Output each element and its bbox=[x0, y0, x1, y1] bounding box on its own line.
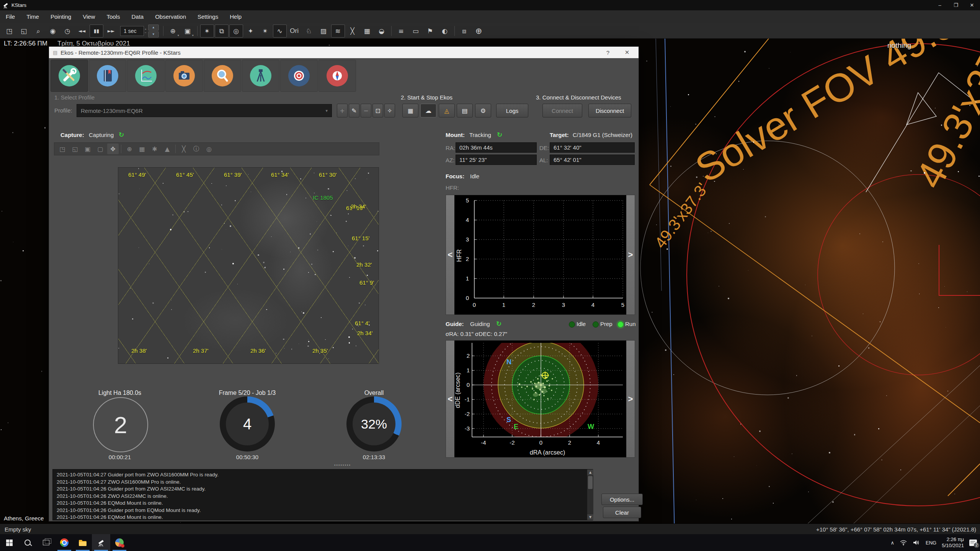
tab-capture[interactable] bbox=[165, 60, 203, 92]
preview-statistics-button[interactable]: ▲ bbox=[162, 143, 173, 154]
toggle-constellation-lines-button[interactable]: ∿ bbox=[273, 24, 287, 37]
scroll-down-button[interactable]: ▼ bbox=[587, 514, 593, 520]
step-forward-button[interactable]: ►► bbox=[104, 24, 118, 37]
preview-pan-button[interactable]: ✥ bbox=[107, 143, 119, 154]
menu-time[interactable]: Time bbox=[21, 10, 45, 23]
minimize-button[interactable]: – bbox=[932, 0, 948, 10]
kstars-titlebar[interactable]: KStars – ❐ ✕ bbox=[0, 0, 980, 10]
profile-add-button[interactable]: + bbox=[337, 104, 348, 117]
tab-guide[interactable] bbox=[280, 60, 318, 92]
log-scrollbar[interactable]: ▲ ▼ bbox=[587, 469, 593, 520]
pause-button[interactable]: ▮▮ bbox=[90, 24, 103, 37]
preview-crosshair-button[interactable]: ⊕ bbox=[124, 143, 135, 154]
toggle-equatorial-grid-button[interactable]: ╳ bbox=[346, 24, 359, 37]
guide-plot-next-button[interactable]: > bbox=[626, 341, 635, 457]
disconnect-button[interactable]: Disconnect bbox=[588, 104, 631, 117]
ekos-close-button[interactable]: ✕ bbox=[619, 47, 635, 58]
taskbar-chrome[interactable] bbox=[55, 534, 74, 551]
geographic-button[interactable]: ◉ bbox=[46, 24, 60, 37]
toggle-horizontal-grid-button[interactable]: ▦ bbox=[360, 24, 374, 37]
ekos-button[interactable]: ⊕ bbox=[472, 24, 486, 37]
clear-button[interactable]: Clear bbox=[603, 507, 641, 518]
ekos-titlebar[interactable]: ▤ Ekos - Remote-1230mm-EQ6R Profile - KS… bbox=[49, 47, 639, 58]
menu-data[interactable]: Data bbox=[126, 10, 149, 23]
splitter-handle[interactable]: •••••••• bbox=[334, 463, 351, 467]
moon-phase-button[interactable]: ◐ bbox=[438, 24, 452, 37]
toggle-satellites-button[interactable]: ✴ bbox=[258, 24, 272, 37]
az-field[interactable]: 11° 25' 23" bbox=[456, 155, 537, 165]
custom-drivers-button[interactable]: ⊡ bbox=[372, 104, 383, 117]
log-view[interactable]: 2021-10-05T01:04:27 Guider port from ZWO… bbox=[52, 469, 593, 520]
toggle-constellation-names-button[interactable]: Ori bbox=[287, 24, 301, 37]
shrink-view-button[interactable]: ◱ bbox=[17, 24, 31, 37]
notification-center-button[interactable]: 2 bbox=[969, 540, 977, 546]
start-button[interactable] bbox=[0, 534, 18, 551]
menu-settings[interactable]: Settings bbox=[192, 10, 224, 23]
ra-field[interactable]: 02h 36m 44s bbox=[456, 142, 537, 153]
toggle-constellation-art-button[interactable]: ♘ bbox=[302, 24, 316, 37]
view-menu-button[interactable]: ▣▾ bbox=[181, 24, 194, 37]
de-field[interactable]: 61° 32' 40" bbox=[550, 142, 635, 153]
wifi-icon[interactable] bbox=[900, 540, 907, 546]
ekos-help-button[interactable]: ? bbox=[600, 47, 616, 58]
toggle-planets-button[interactable]: ◎ bbox=[229, 24, 243, 37]
tab-analyze[interactable] bbox=[127, 60, 165, 92]
toggle-dso-button[interactable]: ⧉ bbox=[215, 24, 229, 37]
time-step-down-button[interactable]: ▼ bbox=[148, 31, 159, 37]
logs-button[interactable]: Logs bbox=[496, 104, 528, 117]
tab-align[interactable] bbox=[318, 60, 356, 92]
language-indicator[interactable]: ENG bbox=[926, 540, 936, 546]
toggle-milkyway-button[interactable]: ≋ bbox=[331, 24, 345, 37]
toggle-ground-button[interactable]: ◒ bbox=[375, 24, 389, 37]
profile-wizard-button[interactable]: ✧ bbox=[384, 104, 395, 117]
preview-detect-stars-button[interactable]: ✱ bbox=[149, 143, 160, 154]
tab-setup[interactable] bbox=[51, 60, 88, 92]
preview-stretch-button[interactable]: ╳ bbox=[178, 143, 189, 154]
pointing-menu-button[interactable]: ⊕▾ bbox=[166, 24, 180, 37]
close-button[interactable]: ✕ bbox=[964, 0, 980, 10]
profile-combobox[interactable]: Remote-1230mm-EQ6R ▾ bbox=[77, 104, 332, 117]
preview-scope-button[interactable]: ◎ bbox=[203, 143, 215, 154]
profile-edit-button[interactable]: ✎ bbox=[349, 104, 359, 117]
indi-control-panel-button[interactable]: ▤ bbox=[457, 104, 473, 117]
menu-help[interactable]: Help bbox=[224, 10, 247, 23]
lists-button[interactable]: ≡ bbox=[394, 24, 408, 37]
preview-zoom-out-button[interactable]: ◱ bbox=[69, 143, 81, 154]
step-back-button[interactable]: ◄◄ bbox=[75, 24, 89, 37]
connect-button[interactable]: Connect bbox=[542, 104, 582, 117]
task-view-button[interactable] bbox=[37, 534, 55, 551]
capture-preview-image[interactable]: 61° 49' 61° 45' 61° 39' 61° 34' 61° 30' … bbox=[118, 167, 379, 364]
toggle-stars-button[interactable]: ✶ bbox=[200, 24, 214, 37]
taskbar-pie-app[interactable] bbox=[110, 534, 129, 551]
fits-viewer-button[interactable]: ⧈ bbox=[457, 24, 471, 37]
al-field[interactable]: 65° 42' 01" bbox=[550, 155, 635, 165]
menu-pointing[interactable]: Pointing bbox=[45, 10, 77, 23]
stop-ekos-button[interactable]: ■ bbox=[402, 104, 418, 117]
scroll-thumb[interactable] bbox=[588, 476, 593, 489]
hfr-plot-next-button[interactable]: > bbox=[626, 195, 635, 315]
scroll-up-button[interactable]: ▲ bbox=[587, 469, 593, 475]
hfr-plot[interactable]: 5 4 3 2 1 0 0 1 2 3 4 5 HFR bbox=[454, 195, 626, 315]
taskbar-kstars[interactable] bbox=[92, 534, 110, 551]
guide-plot[interactable]: 2 1 0 -1 -2 -3 -4 -2 0 2 4 N S E bbox=[454, 341, 626, 457]
maximize-button[interactable]: ❐ bbox=[948, 0, 964, 10]
time-step-control[interactable]: 1 sec +− ▲ ▼ bbox=[120, 24, 159, 37]
toggle-supernovae-button[interactable]: ✦ bbox=[244, 24, 258, 37]
ekos-online-mode-button[interactable]: ☁ bbox=[420, 104, 436, 117]
volume-icon[interactable] bbox=[913, 540, 920, 546]
step-plus-icon[interactable]: + bbox=[145, 28, 147, 31]
tab-scheduler[interactable] bbox=[89, 60, 126, 92]
find-object-button[interactable]: ⌕ bbox=[31, 24, 45, 37]
preview-zoom-fit-button[interactable]: ▣ bbox=[82, 143, 93, 154]
menu-tools[interactable]: Tools bbox=[101, 10, 126, 23]
tab-mount[interactable] bbox=[242, 60, 279, 92]
expand-view-button[interactable]: ◳ bbox=[2, 24, 16, 37]
preview-grid-button[interactable]: ▦ bbox=[136, 143, 148, 154]
taskbar-explorer[interactable] bbox=[74, 534, 92, 551]
menu-file[interactable]: File bbox=[0, 10, 21, 23]
profile-remove-button[interactable]: − bbox=[361, 104, 371, 117]
menu-observation[interactable]: Observation bbox=[149, 10, 192, 23]
guide-plot-prev-button[interactable]: < bbox=[446, 341, 454, 457]
ekos-live-button[interactable]: ◬ bbox=[439, 104, 455, 117]
set-time-button[interactable]: ◷ bbox=[60, 24, 74, 37]
